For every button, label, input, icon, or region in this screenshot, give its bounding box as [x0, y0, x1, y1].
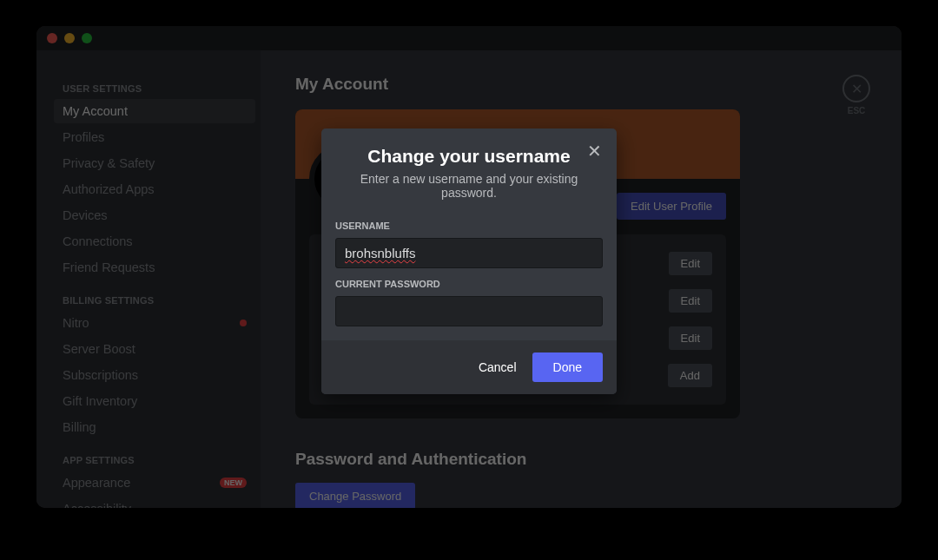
- password-input[interactable]: [335, 296, 603, 326]
- modal-title: Change your username: [339, 146, 599, 167]
- password-label: CURRENT PASSWORD: [335, 279, 603, 289]
- modal-overlay[interactable]: ✕ Change your username Enter a new usern…: [0, 0, 938, 560]
- modal-close-button[interactable]: ✕: [584, 141, 604, 161]
- done-button[interactable]: Done: [532, 352, 603, 382]
- cancel-button[interactable]: Cancel: [479, 360, 517, 374]
- close-icon: ✕: [587, 142, 602, 161]
- modal-subtitle: Enter a new username and your existing p…: [339, 172, 599, 200]
- username-label: USERNAME: [335, 221, 603, 231]
- change-username-modal: ✕ Change your username Enter a new usern…: [321, 128, 617, 394]
- username-input[interactable]: brohsnbluffs: [335, 238, 603, 268]
